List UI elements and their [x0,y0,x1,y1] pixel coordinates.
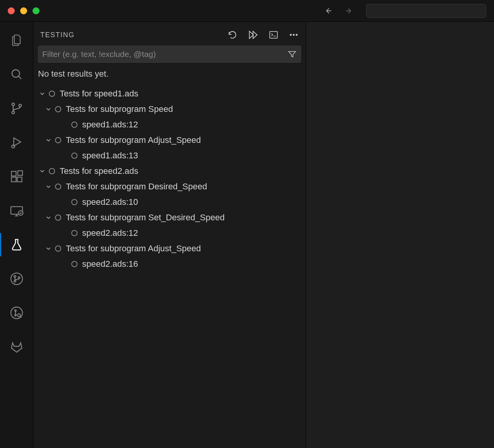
chevron-down-icon[interactable] [44,106,53,113]
tree-label: Tests for subprogram Adjust_Speed [66,244,201,254]
svg-point-21 [293,34,294,36]
activity-bar [0,22,33,448]
tree-row[interactable]: speed2.ads:10 [33,194,306,210]
svg-point-22 [296,34,298,36]
testing-sidebar: TESTING [33,22,306,448]
window-minimize-button[interactable] [20,7,27,14]
show-output-button[interactable] [269,30,279,40]
window-maximize-button[interactable] [33,7,40,14]
svg-rect-8 [18,171,22,175]
tree-row[interactable]: Tests for speed1.ads [33,86,306,101]
tree-row[interactable]: Tests for subprogram Set_Desired_Speed [33,210,306,225]
run-all-tests-button[interactable] [248,29,258,40]
nav-forward-button[interactable] [344,6,355,16]
play-all-icon [248,29,258,40]
activity-run-debug[interactable] [0,133,33,152]
debug-icon [10,136,24,149]
tree-row[interactable]: speed1.ads:12 [33,117,306,132]
activity-source-control[interactable] [0,99,33,118]
status-text: No test results yet. [33,67,306,84]
tree-row[interactable]: speed2.ads:12 [33,225,306,241]
activity-explorer[interactable] [0,31,33,50]
svg-point-20 [290,34,291,36]
activity-remote[interactable] [0,201,33,220]
tree-label: Tests for subprogram Adjust_Speed [66,135,201,145]
activity-gitlab[interactable] [0,338,33,356]
refresh-tests-button[interactable] [227,30,238,40]
chevron-down-icon[interactable] [44,137,53,144]
editor-area [306,22,494,448]
command-center-search[interactable] [366,4,486,18]
tree-label: Tests for subprogram Speed [66,104,173,114]
chevron-down-icon[interactable] [44,245,53,252]
svg-point-11 [11,273,22,285]
test-status-icon [71,122,77,128]
files-icon [10,33,24,47]
chevron-down-icon[interactable] [38,168,46,175]
window-close-button[interactable] [8,7,15,14]
tree-label: speed2.ads:16 [82,259,138,269]
test-status-icon [55,245,61,252]
test-status-icon [55,106,61,112]
filter-input[interactable] [42,50,287,59]
tree-label: speed1.ads:13 [82,151,138,161]
svg-point-14 [18,277,20,279]
svg-point-12 [14,276,16,278]
test-status-icon [71,199,77,205]
test-status-icon [55,215,61,221]
test-tree: Tests for speed1.adsTests for subprogram… [33,84,306,273]
nav-arrows [323,6,355,16]
activity-testing[interactable] [0,235,33,254]
funnel-icon [287,50,297,59]
tree-row[interactable]: Tests for subprogram Adjust_Speed [33,132,306,148]
tree-label: speed1.ads:12 [82,120,138,130]
chevron-down-icon[interactable] [44,183,53,190]
tree-row[interactable]: Tests for subprogram Speed [33,101,306,117]
nav-back-button[interactable] [323,6,333,16]
activity-graph[interactable] [0,269,33,288]
git-lens-icon [10,306,24,320]
tree-row[interactable]: Tests for speed2.ads [33,163,306,179]
activity-extensions[interactable] [0,167,33,186]
chevron-down-icon[interactable] [44,214,53,221]
svg-point-16 [15,310,16,311]
test-status-icon [71,153,77,159]
svg-point-0 [12,70,20,77]
beaker-icon [10,238,24,252]
chevron-down-icon[interactable] [38,90,46,97]
svg-point-13 [14,280,16,282]
filter-button[interactable] [287,50,297,59]
svg-point-2 [12,111,14,114]
svg-point-17 [15,314,16,316]
svg-rect-5 [11,172,16,176]
terminal-icon [269,30,279,40]
git-graph-icon [10,272,24,286]
test-status-icon [49,168,55,174]
tree-row[interactable]: Tests for subprogram Desired_Speed [33,179,306,194]
filter-box [38,46,301,63]
svg-point-1 [12,103,14,106]
test-status-icon [71,261,77,267]
window-controls [8,7,40,14]
svg-rect-7 [17,177,22,182]
tree-row[interactable]: speed2.ads:16 [33,256,306,272]
svg-rect-6 [11,177,16,182]
ellipsis-icon [289,30,299,40]
tree-label: Tests for subprogram Set_Desired_Speed [66,213,225,223]
activity-search[interactable] [0,65,33,84]
more-actions-button[interactable] [289,30,299,40]
test-status-icon [55,184,61,190]
svg-point-4 [12,145,15,148]
svg-point-3 [19,104,21,107]
test-status-icon [55,137,61,143]
tree-row[interactable]: Tests for subprogram Adjust_Speed [33,241,306,256]
branch-icon [10,101,24,115]
gitlab-icon [10,340,24,354]
svg-rect-19 [270,31,277,38]
activity-lens[interactable] [0,304,33,322]
tree-row[interactable]: speed1.ads:13 [33,148,306,163]
test-status-icon [71,230,77,236]
titlebar [0,0,494,22]
refresh-icon [227,30,238,40]
tree-label: Tests for speed2.ads [60,166,138,176]
